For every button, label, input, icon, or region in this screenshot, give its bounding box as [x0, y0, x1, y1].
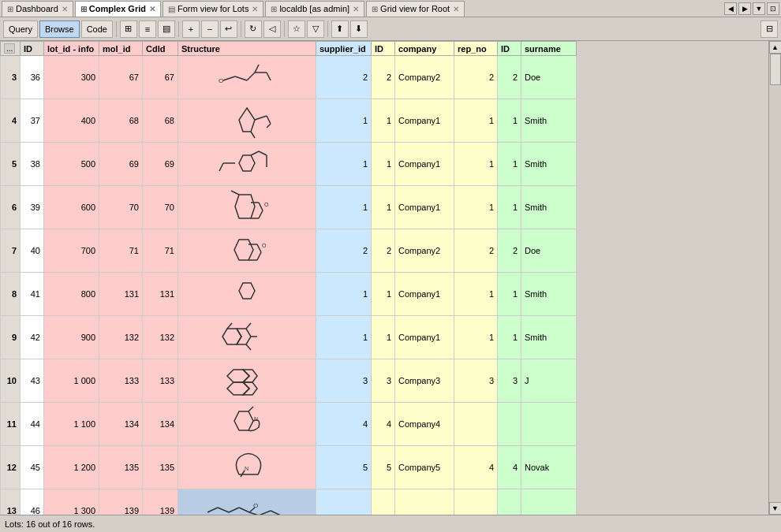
query-btn[interactable]: Query [3, 20, 38, 38]
table-row[interactable]: 6 39 600 70 70 O 1 1 Company1 1 1 Smith [1, 186, 577, 229]
tab-dashboard[interactable]: ⊞ Dashboard ✕ [2, 1, 73, 17]
th-id3[interactable]: ID [498, 42, 521, 56]
th-rownum[interactable]: ... [1, 42, 21, 56]
export-btn[interactable]: ⬇ [350, 20, 368, 38]
table-row[interactable]: 10 43 1 000 133 133 3 3 Company3 3 3 J [1, 359, 577, 403]
tab-close-localdb[interactable]: ✕ [353, 5, 359, 13]
cell-lot-id: 1 300 [44, 489, 99, 515]
tab-menu-btn[interactable]: ▼ [753, 2, 765, 15]
table-row[interactable]: 4 37 400 68 68 1 1 Company1 1 1 Smith [1, 99, 577, 143]
th-mol-id[interactable]: mol_id [99, 42, 143, 56]
cell-surname: Smith [521, 99, 577, 143]
code-btn[interactable]: Code [81, 20, 113, 38]
tab-close-complex-grid[interactable]: ✕ [149, 5, 155, 13]
undo-btn[interactable]: ↩ [220, 20, 237, 38]
vertical-scrollbar[interactable]: ▲ ▼ [768, 41, 781, 515]
tab-form-view-lots[interactable]: ▤ Form view for Lots ✕ [163, 1, 263, 17]
svg-line-8 [255, 116, 267, 120]
svg-line-4 [267, 73, 271, 80]
cell-id: 41 [21, 273, 44, 316]
cell-id: 45 [21, 446, 44, 489]
dashboard-tab-icon: ⊞ [7, 5, 13, 13]
grid-icon-btn[interactable]: ⊞ [120, 20, 137, 38]
cell-rownum: 7 [1, 229, 21, 273]
svg-marker-25 [234, 240, 253, 260]
scroll-down-btn[interactable]: ▼ [769, 502, 782, 515]
tab-close-form-view-lots[interactable]: ✕ [252, 5, 258, 13]
cell-id3: 2 [498, 229, 521, 273]
cell-surname [521, 489, 577, 515]
cell-id2: 2 [372, 229, 395, 273]
svg-text:O: O [264, 202, 269, 207]
grid-scroll[interactable]: ... ID lot_id - info mol_id CdId Structu… [0, 41, 768, 515]
browse-btn[interactable]: Browse [39, 20, 80, 38]
table-row[interactable]: 7 40 700 71 71 O 2 2 Company2 2 2 Doe [1, 229, 577, 273]
tab-next-btn[interactable]: ▶ [738, 2, 751, 15]
cell-lot-id: 400 [44, 99, 99, 143]
cell-lot-id: 700 [44, 229, 99, 273]
table-row[interactable]: 12 45 1 200 135 135 N 5 5 Company5 4 4 N… [1, 446, 577, 489]
filter-btn[interactable]: ▽ [307, 20, 324, 38]
tab-close-grid-view-root[interactable]: ✕ [453, 5, 459, 13]
cell-mol-id: 71 [99, 229, 143, 273]
list-icon-btn[interactable]: ≡ [139, 20, 156, 38]
th-lot-id-info[interactable]: lot_id - info [44, 42, 99, 56]
cell-id3: 1 [498, 316, 521, 359]
cell-rownum: 11 [1, 403, 21, 446]
table-row[interactable]: 13 46 1 300 139 139 O [1, 489, 577, 515]
cell-id: 36 [21, 56, 44, 99]
back-btn[interactable]: ◁ [263, 20, 281, 38]
cell-cdid: 69 [143, 143, 178, 186]
cell-cdid: 135 [143, 446, 178, 489]
tab-prev-btn[interactable]: ◀ [724, 2, 737, 15]
sep4 [284, 21, 285, 37]
layout-btn[interactable]: ⊟ [760, 20, 778, 38]
th-id[interactable]: ID [21, 42, 44, 56]
header-row: ... ID lot_id - info mol_id CdId Structu… [1, 42, 577, 56]
table-row[interactable]: 3 36 300 67 67 O 2 2 Company2 2 2 Doe [1, 56, 577, 99]
svg-line-17 [219, 163, 223, 171]
table-row[interactable]: 8 41 800 131 131 1 1 Company1 1 1 Smith [1, 273, 577, 316]
cell-supplier-id: 3 [316, 359, 372, 403]
svg-marker-13 [239, 155, 255, 171]
table-row[interactable]: 11 44 1 100 134 134 N 4 4 Company4 [1, 403, 577, 446]
cell-id2: 2 [372, 56, 395, 99]
cell-rownum: 5 [1, 143, 21, 186]
table-row[interactable]: 5 38 500 69 69 1 1 Company1 1 1 Smith [1, 143, 577, 186]
scroll-track[interactable] [769, 54, 781, 502]
th-surname[interactable]: surname [521, 42, 577, 56]
th-structure[interactable]: Structure [178, 42, 316, 56]
svg-line-47 [248, 407, 253, 411]
cell-id: 38 [21, 143, 44, 186]
tab-close-dashboard[interactable]: ✕ [62, 5, 68, 13]
table-row[interactable]: 9 42 900 132 132 1 1 Company1 1 1 Smith [1, 316, 577, 359]
th-supplier-id[interactable]: supplier_id [316, 42, 372, 56]
svg-text:N: N [254, 416, 258, 422]
cell-cdid: 132 [143, 316, 178, 359]
th-rep-no[interactable]: rep_no [454, 42, 498, 56]
sep1 [116, 21, 117, 37]
scroll-up-btn[interactable]: ▲ [769, 41, 782, 54]
star-btn[interactable]: ☆ [288, 20, 305, 38]
th-id2[interactable]: ID [372, 42, 395, 56]
cell-lot-id: 900 [44, 316, 99, 359]
scroll-thumb[interactable] [770, 54, 781, 85]
tab-grid-view-root[interactable]: ⊞ Grid view for Root ✕ [366, 1, 465, 17]
add-btn[interactable]: + [182, 20, 200, 38]
cell-rownum: 3 [1, 56, 21, 99]
status-text: Lots: 16 out of 16 rows. [5, 519, 95, 529]
tab-complex-grid[interactable]: ⊞ Complex Grid ✕ [75, 1, 161, 17]
th-cdid[interactable]: CdId [143, 42, 178, 56]
tab-window-btn[interactable]: ⊡ [767, 2, 779, 15]
delete-btn[interactable]: − [201, 20, 219, 38]
form-icon-btn[interactable]: ▤ [158, 20, 175, 38]
dot-menu-btn[interactable]: ... [4, 43, 15, 54]
import-btn[interactable]: ⬆ [331, 20, 349, 38]
cell-id2: 5 [372, 446, 395, 489]
th-company[interactable]: company [395, 42, 454, 56]
refresh-btn[interactable]: ↻ [245, 20, 262, 38]
toolbar: Query Browse Code ⊞ ≡ ▤ + − ↩ ↻ ◁ ☆ ▽ ⬆ … [0, 17, 781, 41]
tab-localdb[interactable]: ⊞ localdb [as admin] ✕ [265, 1, 364, 17]
cell-company: Company2 [395, 56, 454, 99]
svg-line-53 [229, 508, 239, 512]
